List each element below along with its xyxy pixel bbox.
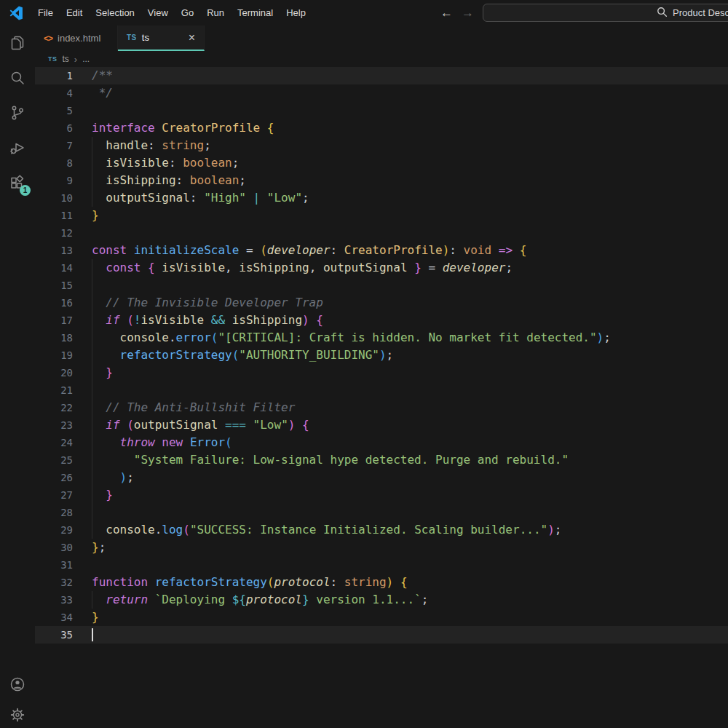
- code-text: // The Anti-Bullshit Filter: [82, 399, 295, 416]
- line-number: 31: [35, 559, 82, 571]
- code-text: interface CreatorProfile {: [82, 119, 274, 137]
- code-line[interactable]: 25 "System Failure: Low-signal hype dete…: [35, 451, 728, 469]
- text-cursor: [92, 628, 93, 641]
- code-line[interactable]: 8 isVisible: boolean;: [35, 154, 728, 172]
- code-line[interactable]: 18 console.error("[CRITICAL]: Craft is h…: [35, 329, 728, 347]
- account-icon[interactable]: [0, 667, 35, 702]
- indent-guide: [92, 172, 92, 189]
- line-number: 16: [35, 297, 82, 309]
- code-line[interactable]: 19 refactorStrategy("AUTHORITY_BUILDING"…: [35, 347, 728, 364]
- forward-arrow-icon[interactable]: →: [462, 6, 474, 20]
- run-and-debug-icon[interactable]: [0, 130, 35, 165]
- code-line[interactable]: 29 console.log("SUCCESS: Instance Initia…: [35, 521, 728, 539]
- menu-help[interactable]: Help: [280, 4, 312, 21]
- code-line[interactable]: 1/**: [35, 67, 728, 84]
- indent-guide: [92, 137, 92, 154]
- line-number: 22: [35, 402, 82, 414]
- line-number: 17: [35, 314, 82, 326]
- indent-guide: [92, 189, 92, 207]
- menu-selection[interactable]: Selection: [89, 4, 141, 21]
- line-number: 20: [35, 367, 82, 379]
- code-text: const { isVisible, isShipping, outputSig…: [82, 259, 513, 277]
- code-line[interactable]: 28: [35, 504, 728, 521]
- code-line[interactable]: 10 outputSignal: "High" | "Low";: [35, 189, 728, 207]
- code-line[interactable]: 9 isShipping: boolean;: [35, 172, 728, 189]
- code-text: isVisible: boolean;: [82, 154, 239, 172]
- indent-guide: [92, 486, 92, 504]
- code-line[interactable]: 35: [35, 626, 728, 644]
- code-line[interactable]: 13const initializeScale = (developer: Cr…: [35, 242, 728, 259]
- line-number: 34: [35, 612, 82, 623]
- back-arrow-icon[interactable]: ←: [440, 6, 453, 20]
- code-line[interactable]: 4 */: [35, 84, 728, 102]
- search-icon: [657, 7, 668, 20]
- indent-guide: [92, 521, 92, 539]
- code-line[interactable]: 23 if (outputSignal === "Low") {: [35, 416, 728, 434]
- line-number: 26: [35, 472, 82, 483]
- menu-view[interactable]: View: [141, 4, 175, 21]
- extensions-icon[interactable]: 1: [0, 165, 35, 200]
- line-number: 11: [35, 210, 82, 221]
- code-line[interactable]: 33 return `Deploying ${protocol} version…: [35, 591, 728, 609]
- code-line[interactable]: 31: [35, 556, 728, 574]
- code-line[interactable]: 20 }: [35, 364, 728, 381]
- menu-file[interactable]: File: [31, 4, 60, 21]
- line-number: 30: [35, 542, 82, 553]
- menu-terminal[interactable]: Terminal: [231, 4, 280, 21]
- code-line[interactable]: 7 handle: string;: [35, 137, 728, 154]
- menu-go[interactable]: Go: [175, 4, 200, 21]
- code-line[interactable]: 16 // The Invisible Developer Trap: [35, 294, 728, 312]
- line-number: 24: [35, 437, 82, 448]
- tab-label: ts: [142, 32, 149, 43]
- tab-index-html[interactable]: <> index.html: [35, 25, 118, 51]
- code-text: outputSignal: "High" | "Low";: [82, 189, 309, 207]
- indent-guide: [92, 504, 92, 521]
- code-line[interactable]: 15: [35, 277, 728, 294]
- line-number: 27: [35, 489, 82, 501]
- indent-guide: [92, 434, 92, 451]
- line-number: 1: [35, 70, 82, 82]
- code-line[interactable]: 6interface CreatorProfile {: [35, 119, 728, 137]
- close-tab-icon[interactable]: ×: [189, 32, 195, 44]
- explorer-icon[interactable]: [0, 25, 35, 60]
- indent-guide: [92, 154, 92, 172]
- menu-edit[interactable]: Edit: [60, 4, 89, 21]
- search-sidebar-icon[interactable]: [0, 60, 35, 95]
- code-text: }: [82, 207, 99, 224]
- code-line[interactable]: 14 const { isVisible, isShipping, output…: [35, 259, 728, 277]
- tab-bar: <> index.html TS ts ×: [35, 25, 728, 51]
- tab-ts[interactable]: TS ts ×: [118, 25, 205, 51]
- ts-file-icon: TS: [48, 55, 58, 63]
- line-number: 10: [35, 192, 82, 204]
- code-line[interactable]: 17 if (!isVisible && isShipping) {: [35, 312, 728, 329]
- settings-gear-icon[interactable]: [0, 702, 35, 728]
- indent-guide: [92, 277, 92, 294]
- code-line[interactable]: 11}: [35, 207, 728, 224]
- line-number: 7: [35, 140, 82, 151]
- code-line[interactable]: 34}: [35, 609, 728, 626]
- indent-guide: [92, 399, 92, 416]
- source-control-icon[interactable]: [0, 95, 35, 130]
- code-text: if (!isVisible && isShipping) {: [82, 312, 323, 329]
- code-line[interactable]: 27 }: [35, 486, 728, 504]
- line-number: 8: [35, 157, 82, 169]
- breadcrumb-file[interactable]: ts: [63, 54, 69, 64]
- code-line[interactable]: 32function refactorStrategy(protocol: st…: [35, 574, 728, 591]
- code-line[interactable]: 26 );: [35, 469, 728, 486]
- code-line[interactable]: 5: [35, 102, 728, 119]
- code-line[interactable]: 21: [35, 381, 728, 399]
- command-center-search[interactable]: Product Descri: [483, 4, 728, 22]
- code-line[interactable]: 24 throw new Error(: [35, 434, 728, 451]
- code-line[interactable]: 22 // The Anti-Bullshit Filter: [35, 399, 728, 416]
- code-editor[interactable]: 1/**4 */56interface CreatorProfile {7 ha…: [35, 67, 728, 728]
- line-number: 13: [35, 245, 82, 256]
- code-line[interactable]: 12: [35, 224, 728, 242]
- indent-guide: [92, 347, 92, 364]
- code-text: /**: [82, 67, 113, 84]
- code-text: };: [82, 539, 106, 556]
- code-text: }: [82, 486, 113, 504]
- breadcrumb-symbol[interactable]: ...: [82, 54, 90, 64]
- code-text: if (outputSignal === "Low") {: [82, 416, 309, 434]
- code-line[interactable]: 30};: [35, 539, 728, 556]
- menu-run[interactable]: Run: [200, 4, 231, 21]
